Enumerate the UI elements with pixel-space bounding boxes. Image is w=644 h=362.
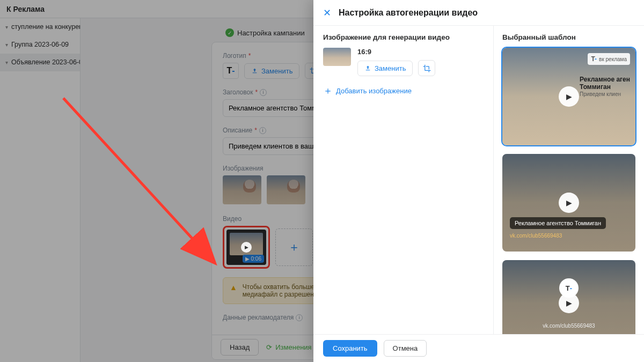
drawer-header: ✕ Настройка автогенерации видео: [313, 0, 644, 26]
upload-icon: [364, 65, 371, 72]
image-thumbnail[interactable]: [267, 175, 305, 204]
add-video-button[interactable]: ＋: [275, 228, 313, 266]
template-caption: Рекламное агентство Томмиган: [502, 333, 635, 334]
info-icon[interactable]: i: [259, 127, 266, 134]
replace-logo-button[interactable]: Заменить: [244, 63, 299, 79]
replace-source-button[interactable]: Заменить: [357, 61, 413, 76]
source-image-heading: Изображение для генерации видео: [323, 33, 484, 41]
app-title: К Реклама: [6, 5, 45, 13]
template-logo-badge: T-вк реклама: [588, 53, 630, 65]
logo-preview: T-: [223, 63, 239, 79]
drawer-footer: Сохранить Отмена: [313, 334, 644, 362]
left-sidebar: ▾ ступление на конкурент… ▾ Группа 2023-…: [0, 18, 80, 362]
plus-icon: ＋: [323, 86, 333, 95]
step-label: Настройка кампании: [237, 29, 305, 37]
info-icon[interactable]: i: [260, 89, 267, 96]
sidebar-item-label: Объявление 2023-06-09: [11, 58, 80, 66]
play-icon: ▶: [241, 242, 252, 253]
step-campaign[interactable]: ✓ Настройка кампании: [225, 28, 305, 37]
svg-line-0: [63, 98, 214, 262]
back-button[interactable]: Назад: [221, 339, 259, 356]
template-link: vk.com/club55669483: [502, 323, 635, 329]
button-label: Заменить: [261, 67, 292, 75]
chevron-down-icon: ▾: [5, 24, 8, 30]
sidebar-item-ad[interactable]: ▾ Объявление 2023-06-09: [0, 54, 80, 71]
crop-icon: [423, 64, 431, 72]
drawer-left-column: Изображение для генерации видео 16:9 Зам…: [313, 26, 494, 334]
aspect-ratio: 16:9: [357, 48, 435, 56]
check-icon: ✓: [225, 28, 234, 37]
info-icon[interactable]: i: [296, 314, 303, 321]
template-card-2[interactable]: Рекламное агентство Томмиган vk.com/club…: [502, 154, 635, 252]
sidebar-item-campaign[interactable]: ▾ ступление на конкурент…: [0, 18, 80, 36]
template-sublink: vk.com/club55669483: [510, 233, 562, 239]
button-label: Заменить: [375, 64, 406, 72]
sidebar-item-group[interactable]: ▾ Группа 2023-06-09: [0, 36, 80, 54]
drawer-title: Настройка автогенерации видео: [339, 8, 478, 18]
link-label: Добавить изображение: [336, 87, 412, 95]
template-title-pill: Рекламное агентство Томмиган: [510, 217, 606, 229]
template-card-3[interactable]: T- vk.com/club55669483 Рекламное агентст…: [502, 260, 635, 334]
video-duration-badge: ▶ 0:06: [243, 255, 264, 263]
add-image-link[interactable]: ＋ Добавить изображение: [323, 86, 412, 95]
play-icon[interactable]: ▶: [559, 86, 579, 107]
drawer-right-column: Выбранный шаблон T-вк реклама Рекламное …: [494, 26, 644, 334]
image-thumbnail[interactable]: [223, 175, 261, 204]
chevron-down-icon: ▾: [5, 60, 8, 65]
template-heading: Выбранный шаблон: [502, 33, 635, 41]
sidebar-item-label: ступление на конкурент…: [11, 23, 80, 31]
upload-icon: [251, 68, 258, 75]
crop-source-button[interactable]: [418, 60, 435, 76]
sidebar-item-label: Группа 2023-06-09: [11, 41, 69, 48]
check-icon: ⟳: [266, 343, 272, 351]
template-text: Рекламное аген Томмиган Приведем клиен: [580, 76, 630, 97]
warning-icon: ▲: [230, 283, 237, 298]
play-icon[interactable]: ▶: [559, 293, 579, 313]
source-image-thumb[interactable]: [323, 48, 351, 66]
template-card-1[interactable]: T-вк реклама Рекламное аген Томмиган При…: [502, 48, 635, 145]
video-thumbnail-highlighted[interactable]: ▶ ▶ 0:06: [223, 226, 270, 269]
close-icon[interactable]: ✕: [323, 7, 331, 19]
play-icon[interactable]: ▶: [559, 193, 579, 213]
save-button[interactable]: Сохранить: [323, 340, 377, 357]
chevron-down-icon: ▾: [5, 42, 8, 48]
cancel-button[interactable]: Отмена: [384, 340, 427, 357]
video-autogen-drawer: ✕ Настройка автогенерации видео Изображе…: [313, 0, 644, 362]
